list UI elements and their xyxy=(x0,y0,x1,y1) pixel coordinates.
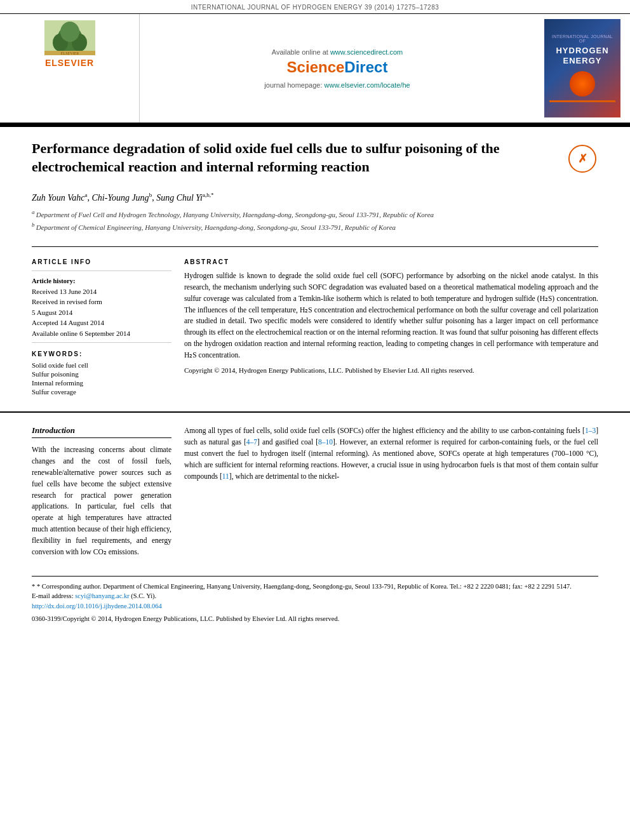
affiliation-2: b Department of Chemical Engineering, Ha… xyxy=(32,221,598,232)
ref-4-7[interactable]: 4–7 xyxy=(246,438,257,446)
journal-homepage-line: journal homepage: www.elsevier.com/locat… xyxy=(264,81,410,89)
science-text: Science xyxy=(287,58,345,76)
ref-8-10[interactable]: 8–10 xyxy=(318,438,333,446)
direct-text: Direct xyxy=(344,58,387,76)
author-3-sup: a,b,* xyxy=(203,192,214,198)
author-3-name: Sung Chul Yi xyxy=(156,193,203,203)
elsevier-name: ELSEVIER xyxy=(45,58,94,68)
sciencedirect-area: Available online at www.sciencedirect.co… xyxy=(140,14,535,123)
header-section: ELSEVIER ELSEVIER Available online at ww… xyxy=(0,13,630,123)
journal-cover-image: International Journal of HYDROGENENERGY xyxy=(544,19,620,117)
journal-header-bar: INTERNATIONAL JOURNAL OF HYDROGEN ENERGY… xyxy=(0,0,630,13)
keywords-heading: Keywords: xyxy=(32,350,171,357)
keyword-2: Sulfur poisoning xyxy=(32,370,171,378)
corresponding-author-note: * * Corresponding author. Department of … xyxy=(32,582,598,592)
email-note: E-mail address: scyi@hanyang.ac.kr (S.C.… xyxy=(32,591,598,601)
keyword-1: Solid oxide fuel cell xyxy=(32,361,171,369)
ref-1-3[interactable]: 1–3 xyxy=(585,427,596,434)
abstract-heading: ABSTRACT xyxy=(184,258,598,265)
accepted-date: Accepted 14 August 2014 xyxy=(32,317,171,328)
bottom-copyright: 0360-3199/Copyright © 2014, Hydrogen Ene… xyxy=(32,615,598,622)
svg-text:ELSEVIER: ELSEVIER xyxy=(60,51,78,55)
intro-right-col: Among all types of fuel cells, solid oxi… xyxy=(184,425,598,563)
author-1-name: Zuh Youn Vahc xyxy=(32,193,85,203)
revised-date: 5 August 2014 xyxy=(32,307,171,318)
email-label: E-mail address: xyxy=(32,592,75,599)
journal-homepage-url[interactable]: www.elsevier.com/locate/he xyxy=(325,81,410,89)
introduction-two-col: Introduction With the increasing concern… xyxy=(32,425,598,563)
keyword-3: Internal reforming xyxy=(32,379,171,387)
email-link[interactable]: scyi@hanyang.ac.kr xyxy=(75,592,129,599)
available-online-date: Available online 6 September 2014 xyxy=(32,328,171,339)
elsevier-logo: ELSEVIER ELSEVIER xyxy=(8,20,131,68)
corresponding-label: * xyxy=(32,583,37,590)
history-label: Article history: xyxy=(32,276,171,286)
keyword-4: Sulfur coverage xyxy=(32,388,171,396)
info-divider xyxy=(32,270,171,271)
main-content-section: Introduction With the increasing concern… xyxy=(0,411,630,634)
title-section: Performance degradation of solid oxide f… xyxy=(0,127,630,192)
doi-note: http://dx.doi.org/10.1016/j.ijhydene.201… xyxy=(32,601,598,611)
abstract-column: ABSTRACT Hydrogen sulfide is known to de… xyxy=(184,258,598,397)
ref-11[interactable]: 11 xyxy=(222,472,229,480)
introduction-heading: Introduction xyxy=(32,425,171,438)
article-title: Performance degradation of solid oxide f… xyxy=(32,140,554,176)
received-date: Received 13 June 2014 xyxy=(32,286,171,297)
intro-left-col: Introduction With the increasing concern… xyxy=(32,425,171,563)
intro-left-paragraph: With the increasing concerns about clima… xyxy=(32,444,171,557)
article-info-heading: ARTICLE INFO xyxy=(32,258,171,265)
article-history: Article history: Received 13 June 2014 R… xyxy=(32,276,171,338)
publisher-logo-area: ELSEVIER ELSEVIER xyxy=(0,14,140,123)
elsevier-tree-image: ELSEVIER xyxy=(44,20,95,55)
author-2-name: Chi-Young Jung xyxy=(92,193,149,203)
journal-citation: INTERNATIONAL JOURNAL OF HYDROGEN ENERGY… xyxy=(191,4,439,11)
sciencedirect-logo: ScienceDirect xyxy=(287,58,388,76)
received-revised-label: Received in revised form xyxy=(32,297,171,307)
journal-cover-icon xyxy=(570,71,595,97)
footnote-section: * * Corresponding author. Department of … xyxy=(32,576,598,622)
abstract-text: Hydrogen sulfide is known to degrade the… xyxy=(184,270,598,361)
section-divider xyxy=(32,246,598,247)
journal-cover-area: International Journal of HYDROGENENERGY xyxy=(535,14,630,123)
intro-right-paragraph: Among all types of fuel cells, solid oxi… xyxy=(184,425,598,482)
doi-link[interactable]: http://dx.doi.org/10.1016/j.ijhydene.201… xyxy=(32,603,162,610)
info-abstract-section: ARTICLE INFO Article history: Received 1… xyxy=(0,253,630,402)
crossmark-badge[interactable]: ✗ xyxy=(566,143,598,175)
crossmark-icon: ✗ xyxy=(568,145,596,173)
sciencedirect-url[interactable]: www.sciencedirect.com xyxy=(330,48,403,56)
authors-section: Zuh Youn Vahca, Chi-Young Jungb, Sung Ch… xyxy=(0,192,630,240)
abstract-copyright: Copyright © 2014, Hydrogen Energy Public… xyxy=(184,365,598,376)
article-title-area: Performance degradation of solid oxide f… xyxy=(32,140,554,185)
authors-line: Zuh Youn Vahca, Chi-Young Jungb, Sung Ch… xyxy=(32,192,598,203)
and-text: and xyxy=(262,438,273,446)
available-online-text: Available online at www.sciencedirect.co… xyxy=(272,48,403,56)
affiliation-1: a Department of Fuel Cell and Hydrogen T… xyxy=(32,208,598,220)
affiliations-block: a Department of Fuel Cell and Hydrogen T… xyxy=(32,208,598,232)
article-info-column: ARTICLE INFO Article history: Received 1… xyxy=(32,258,171,397)
keywords-divider xyxy=(32,342,171,343)
svg-point-4 xyxy=(60,22,79,42)
